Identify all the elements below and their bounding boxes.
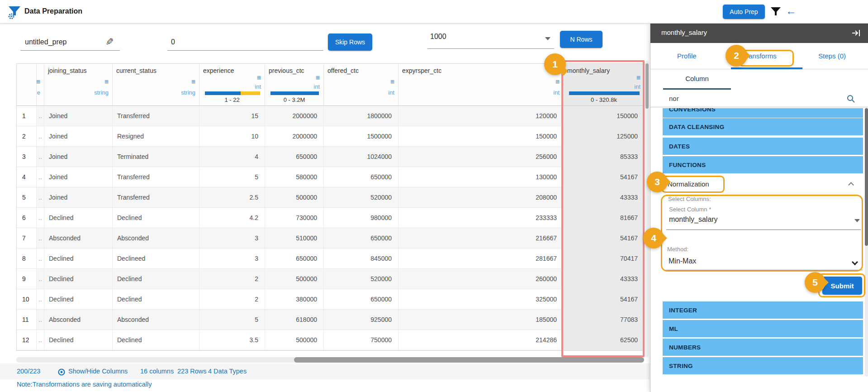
search-input-value[interactable]: nor <box>669 95 679 102</box>
group-ml[interactable]: ML <box>663 320 863 337</box>
cell-partial: .. <box>37 249 44 268</box>
cell-current_status: Transferred <box>113 187 199 207</box>
cell-expyrsper_ctc: 260000 <box>398 269 564 289</box>
sidebar-tabs: Profile Transforms Steps (0) <box>650 43 868 69</box>
scrollbar-thumb[interactable] <box>865 108 868 246</box>
column-header-previous_ctc[interactable]: previous_ctc≡int0 - 3.2M <box>265 64 324 105</box>
cell-index: 2 <box>17 126 37 146</box>
cell-index: 10 <box>17 289 37 309</box>
n-rows-select[interactable]: 1000 <box>427 29 554 49</box>
table-horizontal-scrollbar[interactable] <box>16 357 644 363</box>
sidebar-scrollbar[interactable] <box>865 107 868 377</box>
column-menu-icon[interactable]: ≡ <box>191 79 195 85</box>
group-functions[interactable]: FUNCTIONS <box>663 156 863 173</box>
group-data-cleansing[interactable]: DATA CLEANSING <box>663 118 863 135</box>
column-menu-icon[interactable]: ≡ <box>555 79 560 85</box>
column-type-label: e <box>37 89 40 96</box>
cell-experience: 10 <box>199 126 265 146</box>
group-numbers[interactable]: NUMBERS <box>663 339 863 356</box>
scrollbar-thumb[interactable] <box>645 63 649 109</box>
cell-monthly_salary: 70417 <box>564 249 645 268</box>
auto-prep-button[interactable]: Auto Prep <box>723 5 765 19</box>
cell-joining_status: Joined <box>44 167 113 187</box>
cell-current_status: Declined <box>113 330 199 350</box>
cell-current_status: Absconded <box>113 310 199 330</box>
cell-experience: 4 <box>199 147 265 167</box>
cell-experience: 2 <box>199 289 265 309</box>
filter-icon[interactable] <box>770 7 781 17</box>
cell-index: 4 <box>17 167 37 187</box>
cell-expyrsper_ctc: 150000 <box>398 126 564 146</box>
column-range-label: 0 - 3.2M <box>265 96 323 103</box>
rows-count-label: 223 Rows <box>177 368 206 375</box>
annotation-badge-4: 4 <box>643 228 664 249</box>
chevron-down-icon[interactable] <box>854 219 860 222</box>
group-conversions[interactable]: CONVERSIONS <box>663 108 863 118</box>
skip-rows-input[interactable]: 0 <box>167 32 323 51</box>
column-type-label: string <box>94 89 109 96</box>
select-arrow-icon[interactable] <box>852 259 858 265</box>
table-vertical-scrollbar[interactable] <box>645 61 649 357</box>
cell-joining_status: Declined <box>44 249 113 268</box>
collapse-panel-icon[interactable] <box>851 29 861 37</box>
column-name: monthly_salary <box>567 67 610 74</box>
cell-index: 1 <box>17 106 37 126</box>
cell-expyrsper_ctc: 233333 <box>398 208 564 228</box>
tab-steps[interactable]: Steps (0) <box>796 52 868 60</box>
annotation-badge-3: 3 <box>647 172 668 192</box>
back-arrow-icon[interactable]: ← <box>786 5 797 17</box>
tab-profile[interactable]: Profile <box>650 52 723 60</box>
column-menu-icon[interactable]: ≡ <box>36 79 40 85</box>
prep-name-input[interactable]: untitled_prep <box>20 32 120 51</box>
page-title: Data Preparation <box>24 7 82 15</box>
sidebar-header: monthly_salary <box>650 24 868 43</box>
scrollbar-thumb[interactable] <box>294 357 644 363</box>
column-header-expyrsper_ctc[interactable]: expyrsper_ctc≡int <box>398 64 564 105</box>
column-header-current_status[interactable]: current_status≡string <box>113 64 199 105</box>
group-string[interactable]: STRING <box>663 357 863 374</box>
cell-current_status: Declined <box>113 289 199 309</box>
show-hide-columns-link[interactable]: Show/Hide Columns <box>68 368 128 375</box>
method-select[interactable]: Min-Max <box>669 257 696 265</box>
tab-column[interactable]: Column <box>663 75 731 89</box>
cell-experience: 15 <box>199 106 265 126</box>
n-rows-button[interactable]: N Rows <box>560 31 602 48</box>
column-menu-icon[interactable]: ≡ <box>636 75 640 81</box>
edit-pencil-icon[interactable]: ✎ <box>105 36 114 48</box>
cell-previous_ctc: 500000 <box>265 187 324 207</box>
cell-current_status: Transferred <box>113 106 199 126</box>
cell-expyrsper_ctc: 216667 <box>398 228 564 248</box>
histogram-blue-segment <box>569 91 640 95</box>
table-row: 1..JoinedTransferred15200000018000001200… <box>17 106 644 126</box>
eye-icon[interactable] <box>57 368 66 376</box>
chevron-up-icon[interactable] <box>848 182 854 188</box>
group-label: FUNCTIONS <box>669 162 706 168</box>
group-normalization[interactable]: Normalization <box>663 175 863 195</box>
normalization-label: Normalization <box>668 180 709 188</box>
column-menu-icon[interactable]: ≡ <box>104 79 109 85</box>
table-row: 10..DeclinedDeclined23800006500003250005… <box>17 289 644 310</box>
column-type-label: string <box>181 89 195 96</box>
cell-partial: .. <box>37 330 44 350</box>
cell-previous_ctc: 500000 <box>265 269 324 289</box>
search-icon[interactable] <box>846 94 855 103</box>
group-integer[interactable]: INTEGER <box>663 301 863 319</box>
cell-previous_ctc: 2000000 <box>265 106 324 126</box>
column-header-monthly_salary[interactable]: monthly_salary≡int0 - 320.8k <box>564 64 645 105</box>
cell-current_status: Resigned <box>113 126 199 146</box>
column-select-dropdown[interactable]: monthly_salary <box>669 215 718 224</box>
cell-monthly_salary: 54167 <box>564 228 645 248</box>
column-header-offered_ctc[interactable]: offered_ctc≡int <box>324 64 398 105</box>
skip-rows-button[interactable]: Skip Rows <box>328 33 372 51</box>
column-menu-icon[interactable]: ≡ <box>257 75 261 81</box>
submit-button[interactable]: Submit <box>822 277 862 295</box>
cell-experience: 5 <box>199 310 265 330</box>
table-row: 4..JoinedTransferred55800006500001300005… <box>17 167 644 187</box>
group-dates[interactable]: DATES <box>663 138 863 155</box>
column-header-experience[interactable]: experience≡int1 - 22 <box>199 64 265 105</box>
column-name: offered_ctc <box>327 67 359 74</box>
column-menu-icon[interactable]: ≡ <box>390 79 394 85</box>
column-header-joining_status[interactable]: joining_status≡string <box>44 64 113 105</box>
transform-search-field[interactable]: nor <box>650 91 868 107</box>
column-menu-icon[interactable]: ≡ <box>316 75 320 81</box>
